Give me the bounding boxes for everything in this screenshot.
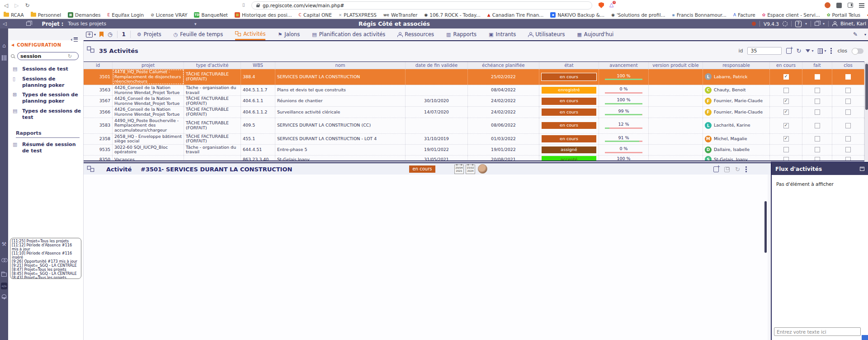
column-header[interactable]: id	[84, 62, 113, 69]
column-header[interactable]: en cours	[770, 62, 802, 69]
checkbox-en-cours[interactable]	[770, 134, 802, 144]
bookmark-item[interactable]: ▲Canadian Tire Finan...	[487, 12, 544, 18]
column-header[interactable]: date de fin validée	[406, 62, 468, 69]
app-back-icon[interactable]: ◁	[3, 21, 6, 27]
checkbox[interactable]	[845, 109, 851, 115]
add-button[interactable]	[86, 32, 93, 38]
kebab-menu-icon[interactable]	[745, 166, 747, 172]
checkbox[interactable]	[815, 157, 820, 161]
checkbox[interactable]	[783, 157, 789, 161]
tab-planification-des-activit-s[interactable]: ▤Planification des activités	[312, 28, 385, 40]
column-header[interactable]: nom	[275, 62, 406, 69]
checkbox[interactable]	[815, 123, 820, 128]
refresh-icon[interactable]: ↻	[796, 47, 801, 54]
checkbox-clos[interactable]	[832, 134, 864, 144]
bookmark-item[interactable]: CCapital ONE	[299, 12, 332, 18]
search-input[interactable]	[20, 53, 66, 59]
checkbox-en-cours[interactable]	[770, 85, 802, 95]
tab-jalons[interactable]: ⚑Jalons	[278, 28, 300, 40]
checkbox[interactable]	[815, 136, 820, 142]
tab-feuille-de-temps[interactable]: ◷Feuille de temps	[174, 28, 223, 40]
checkbox[interactable]	[845, 99, 851, 104]
checkbox[interactable]	[815, 74, 820, 80]
chevron-down-icon[interactable]: ▾	[823, 22, 825, 26]
checkbox-fait[interactable]	[802, 85, 832, 95]
history-clock-icon[interactable]: ◷	[108, 31, 112, 38]
table-row[interactable]: 35664426_Conseil de la Nation Huronne We…	[84, 107, 864, 118]
new-document-icon[interactable]	[713, 166, 719, 172]
checkbox-fait[interactable]	[802, 118, 832, 133]
checkbox[interactable]	[845, 123, 851, 128]
edit-pencil-icon[interactable]: ✎	[853, 31, 858, 38]
checkbox[interactable]	[845, 147, 851, 152]
bookmark-item[interactable]: ▦Demandes	[68, 12, 100, 18]
checkbox[interactable]	[783, 109, 789, 115]
bookmark-item[interactable]: RCAA	[4, 12, 24, 18]
tab-activit-s[interactable]: Activités	[235, 28, 265, 40]
checkbox[interactable]	[845, 88, 851, 93]
filters-icon[interactable]	[2, 55, 6, 61]
browser-back-button[interactable]: ◁	[4, 2, 8, 9]
tab-projets[interactable]: ⚙Projets	[137, 28, 161, 40]
checkbox-clos[interactable]	[832, 96, 864, 106]
column-header[interactable]: version produit cible	[649, 62, 703, 69]
bookmark-item[interactable]: AFacture	[733, 12, 755, 18]
shield-extension-icon[interactable]	[599, 2, 604, 8]
tab-aujourd-hui[interactable]: ▦Aujourd'hui	[577, 28, 613, 40]
checkbox[interactable]	[815, 109, 820, 115]
checkbox-fait[interactable]	[802, 156, 832, 161]
browser-forward-button[interactable]: ▷	[14, 2, 19, 9]
checkbox[interactable]	[845, 136, 851, 142]
chevron-down-icon[interactable]: ▾	[194, 22, 197, 26]
wrench-icon[interactable]: ⚒	[0, 241, 8, 247]
resize-grip[interactable]	[862, 335, 868, 340]
project-selector[interactable]: Tous les projets	[68, 21, 106, 27]
tab-rapports[interactable]: ▥Rapports	[446, 28, 476, 40]
folder-icon[interactable]	[1, 273, 7, 277]
address-bar[interactable]: gp.regiscote.com/view/main.php#	[251, 1, 592, 9]
checkbox-en-cours[interactable]	[770, 96, 802, 106]
triangle-extension-icon[interactable]: △	[609, 1, 613, 8]
checkbox-en-cours[interactable]	[770, 69, 802, 85]
checkbox-clos[interactable]	[832, 156, 864, 161]
bookmark-item[interactable]: ▩Historique des posi...	[235, 12, 292, 18]
checkbox-clos[interactable]	[832, 145, 864, 155]
clos-toggle[interactable]	[852, 48, 863, 54]
checkbox-fait[interactable]	[802, 134, 832, 144]
sidebar-item[interactable]: ▥Résumé de session de test	[13, 142, 83, 154]
new-document-icon[interactable]	[786, 48, 792, 54]
browser-reload-button[interactable]: ↻	[25, 2, 29, 9]
scrollbar-thumb[interactable]	[764, 201, 767, 253]
table-row[interactable]: 35834490_HQ_Poste Boucherville - Remplac…	[84, 118, 864, 134]
table-row[interactable]: 35014478_HQ_Poste Calumet - Remplacement…	[84, 69, 864, 85]
bookmark-ribbon-icon[interactable]	[99, 32, 104, 37]
bookmark-item[interactable]: ×PLATSXPRESS	[339, 12, 377, 18]
checkbox[interactable]	[783, 147, 789, 152]
bookmark-item[interactable]: ⊘License VRAY	[151, 12, 187, 18]
checkbox-fait[interactable]	[802, 69, 832, 85]
sidebar-item[interactable]: ▤Types de sessions de test	[13, 108, 83, 121]
checkbox-fait[interactable]	[802, 96, 832, 106]
columns-icon[interactable]	[818, 48, 823, 54]
checkbox-clos[interactable]	[832, 107, 864, 117]
checkbox[interactable]	[783, 74, 789, 80]
bookmark-item[interactable]: weWeTransfer	[383, 12, 417, 18]
link-icon[interactable]	[1, 258, 7, 262]
sidebar-item[interactable]: ▤Sessions de test	[13, 66, 83, 72]
tab-utilisateurs[interactable]: Utilisateurs	[528, 28, 565, 40]
bookmark-icon[interactable]: ▯	[242, 2, 245, 7]
checkbox[interactable]	[783, 88, 789, 93]
sidebar-item[interactable]: ⊞Types de session de planning poker	[13, 92, 83, 104]
user-name[interactable]: Binet, Karl	[840, 21, 866, 27]
checkbox-en-cours[interactable]	[770, 156, 802, 161]
checkbox-fait[interactable]	[802, 145, 832, 155]
column-header[interactable]: échéance planifiée	[468, 62, 539, 69]
checkbox[interactable]	[783, 136, 789, 142]
bookmark-item[interactable]: ✿Portail Telus	[827, 12, 860, 18]
table-row[interactable]: 95353022-60 SQI_IUCPQ_Bloc opératoireTâc…	[84, 145, 864, 156]
side-panel-icon[interactable]	[848, 3, 853, 8]
tab-intrants[interactable]: ▣Intrants	[489, 28, 516, 40]
column-header[interactable]: WBS	[241, 62, 275, 69]
checkbox[interactable]	[815, 88, 820, 93]
column-header[interactable]: responsable	[703, 62, 770, 69]
